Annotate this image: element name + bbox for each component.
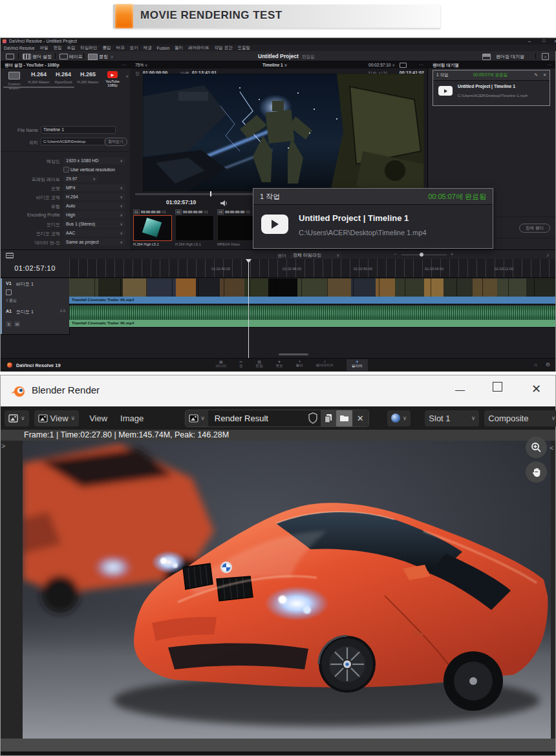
menu-help[interactable]: 도움말 <box>237 45 250 51</box>
render-range-select[interactable]: 전체 타임라인∨ <box>290 251 342 258</box>
render-clip-1[interactable]: 01 00:00:00:00 V1 H.264 High L5.1 <box>133 209 173 246</box>
zoom-out-icon[interactable]: − <box>394 252 396 257</box>
preset-youtube-1080p[interactable]: ▶ YouTube 1080p <box>102 71 123 87</box>
view-mode-dropdown[interactable]: View ∨ <box>34 410 80 426</box>
format-select[interactable]: MP4∨ <box>63 184 125 191</box>
expand-chevron-icon[interactable]: > <box>1 442 5 450</box>
more-icon[interactable]: ··· <box>122 63 126 67</box>
preset-hyperdeck[interactable]: H.264 HyperDeck <box>52 71 74 84</box>
unlink-icon[interactable]: ✕ <box>352 410 369 426</box>
chevron-down-icon[interactable]: ∨ <box>111 54 113 59</box>
tab-color[interactable]: ◑컬러 <box>296 359 303 371</box>
viewer-timecode[interactable]: 00:02:57:10 ∨ <box>369 63 395 68</box>
minimize-icon[interactable]: — <box>455 384 465 395</box>
timeline-select[interactable]: Timeline 1 ∨ <box>262 63 287 68</box>
type-select[interactable]: Auto∨ <box>63 202 125 209</box>
resolution-select[interactable]: 1920 x 1080 HD∨ <box>63 157 125 164</box>
maximize-icon[interactable]: □ <box>542 39 545 43</box>
menu-trim[interactable]: 트림 <box>67 45 76 51</box>
menu-fusion[interactable]: Fusion <box>157 46 170 50</box>
display-channels-dropdown[interactable]: ∨ <box>387 410 411 426</box>
clip-button[interactable]: 클립 <box>99 54 108 60</box>
render-queue-toggle[interactable]: 렌더링 대기열 <box>496 54 524 60</box>
speaker-icon[interactable] <box>220 200 228 206</box>
burn-in-select[interactable]: Same as project∨ <box>63 238 125 246</box>
render-job-card[interactable]: 1 작업 00:05:07에 완료됨 ✎ ✕ Untitled Project … <box>433 70 550 106</box>
audio-codec-select[interactable]: AAC∨ <box>63 229 125 236</box>
panel-toggle-icon[interactable]: ∨ <box>542 53 549 60</box>
preset-h265-master[interactable]: H.265 H.265 Master <box>77 71 99 84</box>
location-input[interactable]: C:\Users\ACER\Desktop <box>41 138 106 145</box>
zoom-slider-handle[interactable] <box>420 253 423 257</box>
track-lock-icon[interactable] <box>6 289 12 295</box>
audio-clip-bar[interactable]: Titanfall Cinematic Trailer 4K.mp4 <box>69 320 555 328</box>
image-browse-dropdown[interactable]: ∨ <box>186 410 208 426</box>
save-view-icon[interactable] <box>400 63 407 68</box>
tape-icon[interactable] <box>59 54 68 59</box>
maximize-icon[interactable] <box>493 382 502 392</box>
more-icon[interactable]: ··· <box>547 63 551 67</box>
vertical-resolution-checkbox[interactable] <box>63 167 69 173</box>
audio-track-header[interactable]: A1 오디오 1 2.0 S M <box>1 306 70 335</box>
menu-file[interactable]: 파일 <box>40 45 48 51</box>
video-clip-thumbnails[interactable] <box>69 278 555 297</box>
tab-fairlight[interactable]: ♪페어라이트 <box>316 359 334 371</box>
close-icon[interactable]: ✕ <box>543 72 546 77</box>
duplicate-icon[interactable] <box>321 410 336 426</box>
menu-view[interactable]: View <box>84 414 112 423</box>
menu-clip[interactable]: 클립 <box>103 45 111 51</box>
tape-button[interactable]: 테이프 <box>69 54 83 60</box>
tab-fusion[interactable]: ✦퓨전 <box>276 359 283 371</box>
render-all-button[interactable]: 전체 렌더 <box>519 224 550 233</box>
video-codec-select[interactable]: H.264∨ <box>63 193 125 200</box>
audio-clip-waveform[interactable] <box>69 306 555 320</box>
menu-mark[interactable]: 마크 <box>116 45 125 51</box>
collapse-chevron-icon[interactable]: < <box>550 444 553 452</box>
open-folder-icon[interactable] <box>336 410 352 426</box>
frame-rate-select[interactable]: 29.97∨ <box>63 175 98 182</box>
home-icon[interactable]: ⌂ <box>534 362 537 368</box>
menu-color[interactable]: 컬러 <box>175 45 183 51</box>
editor-type-dropdown[interactable]: ∨ <box>5 410 29 426</box>
audio-meters-icon[interactable]: ♪ <box>546 252 549 258</box>
video-clip-bar[interactable]: Titanfall Cinematic Trailer 4K.mp4 <box>69 297 555 304</box>
tab-cut[interactable]: ✂컷 <box>239 359 243 371</box>
preset-h264-master[interactable]: H.264 H.264 Master <box>28 71 50 84</box>
timeline-playhead[interactable] <box>248 259 249 358</box>
zoom-in-tool[interactable] <box>526 437 547 458</box>
render-settings-button[interactable]: 렌더 설정 <box>32 54 52 60</box>
menu-edit[interactable]: 편집 <box>54 45 62 51</box>
menu-fairlight[interactable]: 페어라이트 <box>188 45 209 51</box>
audio-select[interactable]: Bus 1 (Stereo)∨ <box>63 220 125 227</box>
presets-scrollbar[interactable] <box>3 87 74 88</box>
render-queue-icon[interactable] <box>482 54 491 60</box>
menu-playback[interactable]: 재생 <box>144 45 152 51</box>
gear-icon[interactable]: ⚙ <box>546 362 550 368</box>
tab-deliver[interactable]: ✈딜리버 <box>347 359 368 371</box>
video-track-header[interactable]: V1 비디오 1 3 클립 <box>1 278 70 306</box>
menu-timeline[interactable]: 타임라인 <box>81 45 98 51</box>
menu-view[interactable]: 보기 <box>130 45 138 51</box>
slot-select[interactable]: Slot 1 ∨ <box>425 410 479 426</box>
monitor-icon[interactable] <box>6 54 14 59</box>
image-name-field[interactable]: Render Result <box>208 414 305 423</box>
clip-icon[interactable] <box>88 54 98 60</box>
menu-image[interactable]: Image <box>118 414 146 423</box>
tab-media[interactable]: ▤미디어 <box>216 359 227 371</box>
scrubber-playhead[interactable] <box>210 191 211 196</box>
timeline-scrollbar[interactable] <box>279 353 308 355</box>
menu-app[interactable]: DaVinci Resolve <box>4 46 35 50</box>
tab-edit[interactable]: ▥편집 <box>256 359 263 371</box>
encoding-profile-select[interactable]: High∨ <box>63 211 125 218</box>
fake-user-shield-icon[interactable] <box>308 412 318 424</box>
snap-icon[interactable] <box>6 253 14 258</box>
timeline-zoom-slider[interactable] <box>401 255 447 255</box>
more-icon[interactable]: ··· <box>419 63 423 67</box>
menu-workspace[interactable]: 작업 공간 <box>215 45 233 51</box>
zoom-in-icon[interactable]: + <box>451 252 453 257</box>
minimize-icon[interactable]: – <box>528 39 531 43</box>
render-clip-2[interactable]: 02 00:00:00:00 V1 H.264 High L5.1 <box>175 209 215 246</box>
solo-button[interactable]: S <box>6 321 12 327</box>
render-clip-3[interactable]: 03 00:00:00:00 V1 MPEG4 Video <box>217 209 257 246</box>
viewer-zoom-select[interactable]: 75% ∨ <box>135 63 148 68</box>
